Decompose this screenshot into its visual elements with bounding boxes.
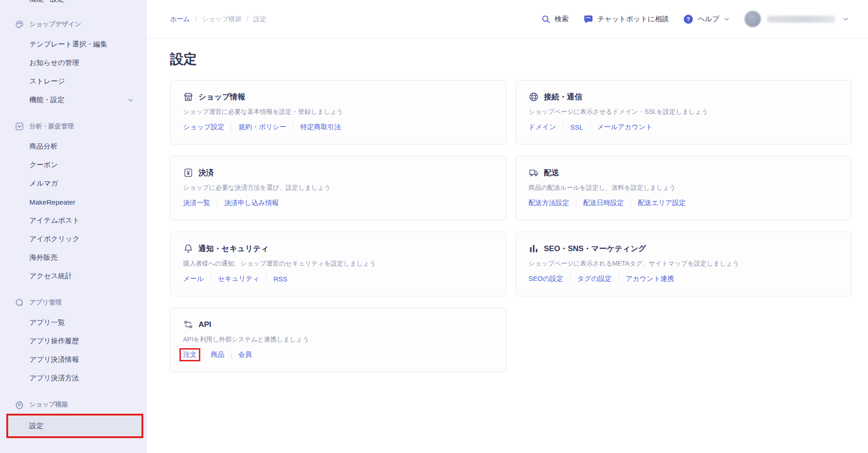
- card-links: ショップ設定規約・ポリシー特定商取引法: [183, 123, 493, 131]
- sidebar-item-label: テンプレート選択・編集: [29, 40, 107, 49]
- sidebar-item-template-edit[interactable]: テンプレート選択・編集: [0, 35, 146, 54]
- sidebar-item-clipped[interactable]: 機能・設定: [29, 0, 65, 5]
- svg-text:?: ?: [687, 16, 690, 23]
- card-link-connection-1[interactable]: SSL: [570, 123, 583, 131]
- card-title: 配送: [544, 168, 559, 178]
- card-link-payment-0[interactable]: 決済一覧: [183, 199, 210, 207]
- card-link-notification-security-0[interactable]: メール: [183, 275, 204, 283]
- card-link-shop-info-0[interactable]: ショップ設定: [183, 123, 224, 131]
- search-button[interactable]: 検索: [541, 14, 569, 24]
- card-links: SEOの設定タグの設定アカウント連携: [528, 275, 839, 283]
- annotation-box: [6, 414, 143, 438]
- annotated-link-wrap: 注文: [183, 350, 197, 359]
- account-menu[interactable]: [745, 11, 849, 27]
- link-divider: [231, 351, 231, 359]
- sidebar-item-mail-magazine[interactable]: メルマガ: [0, 174, 146, 193]
- sidebar-item-app-payment-method[interactable]: アプリ決済方法: [0, 369, 146, 388]
- breadcrumb-item-home[interactable]: ホーム: [170, 15, 190, 23]
- card-link-shipping-0[interactable]: 配送方法設定: [528, 199, 569, 207]
- puzzle-icon: [15, 298, 24, 307]
- sidebar-item-makerepeater[interactable]: MakeRepeater: [0, 193, 146, 211]
- sidebar-section-header-shop-construction: ショップ構築: [0, 399, 146, 410]
- card-link-api-0[interactable]: 注文: [183, 350, 197, 359]
- card-title: API: [198, 320, 211, 329]
- card-description: ショップページに表示させるドメイン・SSLを設定しましょう: [528, 108, 839, 116]
- card-link-seo-sns-marketing-2[interactable]: アカウント連携: [626, 275, 674, 283]
- sidebar-item-access-stats[interactable]: アクセス統計: [0, 267, 146, 285]
- avatar: [745, 11, 761, 27]
- card-link-connection-0[interactable]: ドメイン: [528, 123, 556, 131]
- api-icon: [183, 319, 193, 330]
- sidebar-item-storage[interactable]: ストレージ: [0, 72, 146, 91]
- card-link-api-1[interactable]: 商品: [211, 350, 224, 359]
- card-shipping: 配送商品の配送ルールを設定し、送料を設定しましょう配送方法設定配送日時設定配送エ…: [515, 156, 852, 220]
- settings-cards: ショップ情報ショップ運営に必要な基本情報を設定・登録しましょうショップ設定規約・…: [170, 80, 852, 372]
- sidebar-section-app-management: アプリ管理アプリ一覧アプリ操作履歴アプリ決済情報アプリ決済方法: [0, 297, 146, 388]
- link-divider: [631, 199, 631, 207]
- card-link-notification-security-1[interactable]: セキュリティ: [218, 275, 259, 283]
- sidebar-item-announcements[interactable]: お知らせの管理: [0, 54, 146, 72]
- help-menu[interactable]: ? ヘルプ: [683, 14, 730, 24]
- link-divider: [266, 275, 267, 283]
- card-payment: 決済ショップに必要な決済方法を選び、設定しましょう決済一覧決済申し込み情報: [170, 156, 506, 220]
- link-divider: [211, 275, 211, 283]
- link-divider: [576, 199, 576, 207]
- gear-icon: [15, 400, 24, 409]
- sidebar-item-aipo-click[interactable]: アイポクリック: [0, 230, 146, 248]
- sidebar-item-features-settings[interactable]: 機能・設定: [0, 91, 146, 109]
- sidebar-section-header-shop-design: ショップデザイン: [0, 19, 146, 30]
- sidebar-item-overseas-sales[interactable]: 海外販売: [0, 248, 146, 267]
- app-root: 機能・設定 ショップデザインテンプレート選択・編集お知らせの管理ストレージ機能・…: [0, 0, 868, 453]
- chevron-down-icon: [723, 16, 730, 23]
- link-divider: [293, 123, 293, 131]
- chatbot-icon: [583, 14, 594, 24]
- link-divider: [217, 199, 217, 207]
- sidebar: 機能・設定 ショップデザインテンプレート選択・編集お知らせの管理ストレージ機能・…: [0, 0, 146, 453]
- card-description: ショップ運営に必要な基本情報を設定・登録しましょう: [183, 108, 493, 116]
- link-divider: [570, 275, 571, 283]
- card-link-connection-2[interactable]: メールアカウント: [597, 123, 652, 131]
- card-description: APIを利用し外部システムと連携しましょう: [183, 336, 493, 344]
- sidebar-item-label: クーポン: [29, 160, 58, 170]
- chevron-down-icon: [127, 97, 134, 104]
- topbar: ホーム/ショップ構築/設定 検索 チャットボットに相談 ?: [146, 0, 868, 38]
- card-link-notification-security-2[interactable]: RSS: [274, 275, 288, 283]
- search-label: 検索: [555, 14, 569, 24]
- card-title-row: SEO・SNS・マーケティング: [528, 243, 839, 254]
- card-link-shipping-2[interactable]: 配送エリア設定: [638, 199, 686, 207]
- sidebar-item-label: 商品分析: [29, 142, 57, 151]
- card-links: 配送方法設定配送日時設定配送エリア設定: [528, 199, 839, 207]
- sidebar-item-label: アイポクリック: [29, 234, 80, 244]
- sidebar-item-product-analysis[interactable]: 商品分析: [0, 137, 146, 156]
- sidebar-item-app-payment-info[interactable]: アプリ決済情報: [0, 350, 146, 369]
- sidebar-nav: ショップデザインテンプレート選択・編集お知らせの管理ストレージ機能・設定分析・販…: [0, 0, 146, 436]
- sidebar-item-label: アプリ一覧: [29, 318, 65, 327]
- chatbot-label: チャットボットに相談: [598, 14, 669, 24]
- sidebar-item-item-post[interactable]: アイテムポスト: [0, 211, 146, 230]
- card-links: ドメインSSLメールアカウント: [528, 123, 839, 131]
- sidebar-item-app-list[interactable]: アプリ一覧: [0, 313, 146, 332]
- sidebar-item-app-operation-history[interactable]: アプリ操作履歴: [0, 332, 146, 350]
- chatbot-button[interactable]: チャットボットに相談: [583, 14, 669, 24]
- card-link-api-2[interactable]: 会員: [238, 350, 252, 359]
- card-link-shop-info-1[interactable]: 規約・ポリシー: [238, 123, 286, 131]
- sidebar-item-settings[interactable]: 設定: [8, 416, 142, 436]
- sidebar-section-header-app-management: アプリ管理: [0, 297, 146, 308]
- truck-icon: [528, 168, 539, 178]
- sidebar-section-header-analytics-promotion: 分析・販促管理: [0, 121, 146, 132]
- sidebar-item-coupon[interactable]: クーポン: [0, 156, 146, 174]
- content: 設定 ショップ情報ショップ運営に必要な基本情報を設定・登録しましょうショップ設定…: [146, 38, 868, 372]
- search-icon: [541, 14, 551, 24]
- help-label: ヘルプ: [698, 14, 719, 24]
- card-link-shop-info-2[interactable]: 特定商取引法: [300, 123, 341, 131]
- card-api: APIAPIを利用し外部システムと連携しましょう注文商品会員: [170, 308, 506, 372]
- card-title: SEO・SNS・マーケティング: [544, 243, 646, 254]
- card-link-payment-1[interactable]: 決済申し込み情報: [224, 199, 279, 207]
- sidebar-item-label: アプリ決済情報: [29, 355, 79, 364]
- card-title: ショップ情報: [198, 92, 245, 102]
- card-link-seo-sns-marketing-0[interactable]: SEOの設定: [528, 275, 563, 283]
- card-link-seo-sns-marketing-1[interactable]: タグの設定: [577, 275, 612, 283]
- chevron-down-icon: [842, 16, 849, 23]
- card-link-shipping-1[interactable]: 配送日時設定: [583, 199, 624, 207]
- card-notification-security: 通知・セキュリティ購入者様への通知、ショップ運営のセキュリティを設定しましょうメ…: [170, 232, 506, 296]
